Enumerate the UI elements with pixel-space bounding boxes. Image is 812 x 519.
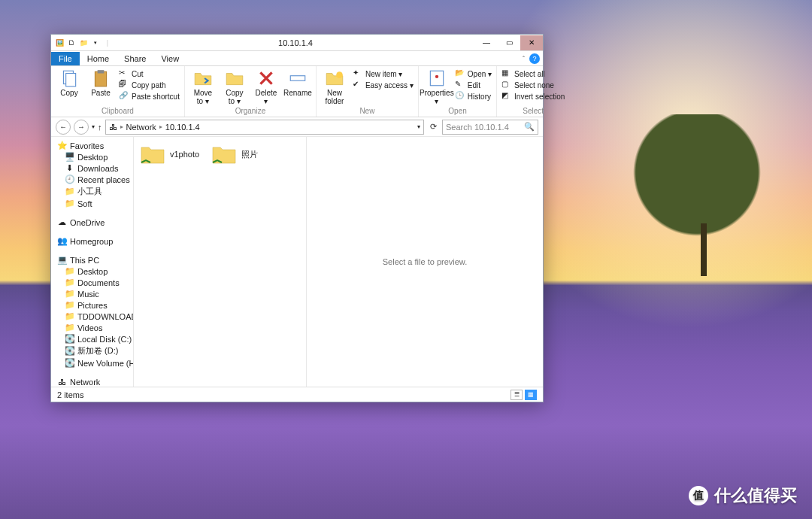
scissors-icon: ✂ bbox=[119, 68, 129, 79]
navigation-pane[interactable]: ⭐Favorites 🖥️Desktop ⬇Downloads 🕘Recent … bbox=[51, 137, 134, 387]
up-button[interactable]: ↑ bbox=[98, 123, 102, 132]
downloads-icon: ⬇ bbox=[65, 163, 74, 173]
help-icon[interactable]: ? bbox=[529, 53, 540, 64]
paste-shortcut-button[interactable]: 🔗Paste shortcut bbox=[119, 91, 180, 102]
watermark-badge-icon: 值 bbox=[689, 486, 708, 505]
svg-rect-1 bbox=[66, 74, 76, 86]
list-item[interactable]: v1photo bbox=[140, 143, 199, 165]
address-bar[interactable]: 🖧 ▸ Network ▸ 10.10.1.4 ▾ bbox=[105, 120, 425, 135]
sidebar-favorites[interactable]: ⭐Favorites bbox=[53, 140, 132, 151]
details-view-button[interactable]: ☰ bbox=[511, 390, 523, 400]
delete-button[interactable]: Delete ▾ bbox=[253, 68, 280, 105]
refresh-button[interactable]: ⟳ bbox=[427, 122, 439, 132]
preview-pane: Select a file to preview. bbox=[307, 137, 543, 387]
new-item-button[interactable]: ✦New item ▾ bbox=[353, 68, 414, 79]
easy-access-button[interactable]: ✔Easy access ▾ bbox=[353, 80, 414, 90]
network-icon: 🖧 bbox=[57, 377, 67, 387]
ribbon-label-clipboard: Clipboard bbox=[56, 107, 180, 117]
sidebar-pc-drived[interactable]: 💽新加卷 (D:) bbox=[53, 344, 132, 357]
edit-button[interactable]: ✎Edit bbox=[455, 80, 492, 90]
ribbon-group-select: ▦Select all ▢Select none ◩Invert selecti… bbox=[497, 66, 569, 117]
sidebar-homegroup[interactable]: 👥Homegroup bbox=[53, 235, 132, 247]
titlebar[interactable]: 🖼️ 🗋 📁 ▾ | 10.10.1.4 — ▭ ✕ bbox=[51, 35, 543, 51]
item-count: 2 items bbox=[57, 390, 83, 399]
sidebar-pc-videos[interactable]: 📁Videos bbox=[53, 322, 132, 333]
copypath-icon: 🗐 bbox=[119, 80, 129, 90]
sidebar-pc-localc[interactable]: 💽Local Disk (C:) bbox=[53, 333, 132, 344]
invert-icon: ◩ bbox=[501, 91, 512, 102]
select-all-button[interactable]: ▦Select all bbox=[501, 68, 565, 79]
forward-button[interactable]: → bbox=[74, 120, 89, 135]
folder-icon: 📁 bbox=[65, 289, 74, 299]
sidebar-fav-tools[interactable]: 📁小工具 bbox=[53, 185, 132, 198]
sidebar-pc-tddownload[interactable]: 📁TDDOWNLOAD bbox=[53, 311, 132, 322]
open-button[interactable]: 📂Open ▾ bbox=[455, 68, 492, 79]
tab-file[interactable]: File bbox=[51, 52, 80, 65]
wallpaper-tree-trunk bbox=[701, 223, 707, 276]
sidebar-pc-documents[interactable]: 📁Documents bbox=[53, 277, 132, 288]
ribbon-collapse-icon[interactable]: ˆ bbox=[523, 55, 525, 62]
folder-icon: 📁 bbox=[65, 199, 74, 208]
breadcrumb-network[interactable]: Network bbox=[126, 123, 156, 132]
address-chevron-icon[interactable]: ▾ bbox=[417, 123, 420, 130]
copy-button[interactable]: Copy bbox=[56, 68, 83, 97]
pc-icon: 💻 bbox=[57, 255, 67, 265]
window-title: 10.10.1.4 bbox=[116, 38, 475, 47]
desktop-icon: 🖥️ bbox=[65, 152, 74, 162]
sidebar-onedrive[interactable]: ☁OneDrive bbox=[53, 217, 132, 228]
wallpaper-tree bbox=[614, 114, 780, 280]
list-item[interactable]: 照片 bbox=[211, 143, 258, 165]
sidebar-network[interactable]: 🖧Network bbox=[53, 376, 132, 387]
large-icons-view-button[interactable]: ▦ bbox=[525, 390, 537, 400]
qat-separator: | bbox=[102, 38, 113, 48]
shared-folder-icon bbox=[211, 143, 237, 165]
copyto-icon bbox=[225, 68, 244, 88]
quick-access-toolbar: 🖼️ 🗋 📁 ▾ | bbox=[51, 38, 116, 48]
history-icon: 🕒 bbox=[455, 91, 465, 102]
sidebar-fav-downloads[interactable]: ⬇Downloads bbox=[53, 162, 132, 174]
recent-locations-icon[interactable]: ▾ bbox=[92, 123, 95, 130]
ribbon-tabs: File Home Share View ˆ ? bbox=[51, 51, 543, 66]
sidebar-pc-desktop[interactable]: 📁Desktop bbox=[53, 266, 132, 277]
properties-button[interactable]: Properties ▾ bbox=[423, 68, 450, 105]
recent-icon: 🕘 bbox=[65, 175, 74, 184]
navigation-bar: ← → ▾ ↑ 🖧 ▸ Network ▸ 10.10.1.4 ▾ ⟳ Sear… bbox=[51, 117, 543, 137]
copy-to-button[interactable]: Copy to ▾ bbox=[221, 68, 248, 105]
ribbon-label-select: Select bbox=[501, 107, 565, 117]
history-button[interactable]: 🕒History bbox=[455, 91, 492, 102]
sidebar-fav-soft[interactable]: 📁Soft bbox=[53, 198, 132, 209]
content-list[interactable]: v1photo 照片 bbox=[134, 137, 307, 387]
folder-icon: 📁 bbox=[65, 278, 74, 287]
invert-selection-button[interactable]: ◩Invert selection bbox=[501, 91, 565, 102]
tab-share[interactable]: Share bbox=[117, 52, 153, 65]
qat-properties-icon[interactable]: 🗋 bbox=[66, 38, 77, 48]
maximize-button[interactable]: ▭ bbox=[498, 35, 520, 50]
back-button[interactable]: ← bbox=[56, 120, 71, 135]
edit-icon: ✎ bbox=[455, 80, 465, 90]
qat-chevron-icon[interactable]: ▾ bbox=[90, 38, 101, 48]
copy-icon bbox=[59, 68, 79, 88]
copy-path-button[interactable]: 🗐Copy path bbox=[119, 80, 180, 90]
sidebar-pc-driveh[interactable]: 💽New Volume (H:) bbox=[53, 357, 132, 369]
move-to-button[interactable]: Move to ▾ bbox=[189, 68, 217, 105]
sidebar-fav-desktop[interactable]: 🖥️Desktop bbox=[53, 151, 132, 162]
cut-button[interactable]: ✂Cut bbox=[119, 68, 180, 79]
sidebar-pc-music[interactable]: 📁Music bbox=[53, 288, 132, 299]
folder-icon: 📁 bbox=[65, 266, 74, 276]
minimize-button[interactable]: — bbox=[475, 35, 498, 50]
rename-button[interactable]: Rename bbox=[284, 68, 311, 97]
select-none-button[interactable]: ▢Select none bbox=[501, 80, 565, 90]
close-button[interactable]: ✕ bbox=[520, 35, 543, 50]
explorer-window: 🖼️ 🗋 📁 ▾ | 10.10.1.4 — ▭ ✕ File Home Sha… bbox=[50, 34, 544, 402]
svg-rect-4 bbox=[290, 76, 305, 81]
search-input[interactable]: Search 10.10.1.4 🔍 bbox=[442, 120, 538, 135]
tab-view[interactable]: View bbox=[153, 52, 186, 65]
new-folder-button[interactable]: New folder bbox=[321, 68, 348, 105]
paste-button[interactable]: Paste bbox=[87, 68, 114, 97]
tab-home[interactable]: Home bbox=[80, 52, 117, 65]
sidebar-fav-recent[interactable]: 🕘Recent places bbox=[53, 174, 132, 185]
qat-newfolder-icon[interactable]: 📁 bbox=[78, 38, 89, 48]
sidebar-pc-pictures[interactable]: 📁Pictures bbox=[53, 299, 132, 311]
sidebar-thispc[interactable]: 💻This PC bbox=[53, 254, 132, 266]
breadcrumb-current[interactable]: 10.10.1.4 bbox=[165, 123, 200, 132]
